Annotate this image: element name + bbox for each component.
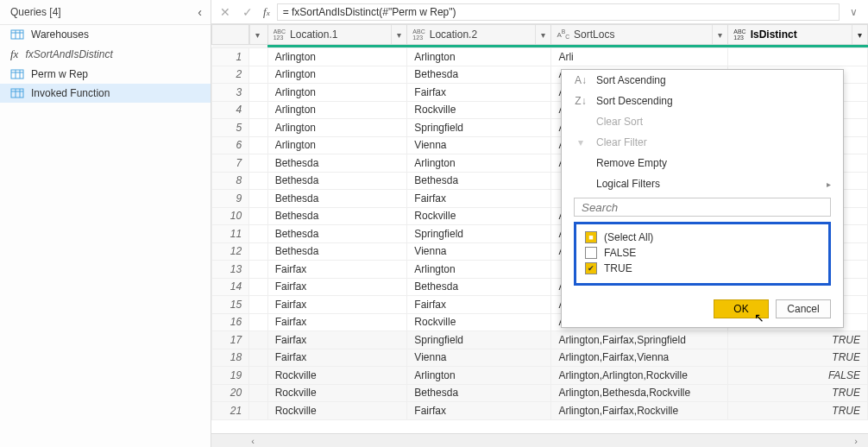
cell-location1[interactable]: Fairfax: [267, 313, 407, 331]
sidebar-item-warehouses[interactable]: Warehouses: [0, 25, 211, 44]
column-header-location1[interactable]: ABC123Location.1▾: [267, 25, 407, 45]
cell-isdistinct[interactable]: [728, 48, 868, 66]
cell-sortlocs[interactable]: Arlington,Fairfax,Rockville: [551, 402, 728, 420]
table-row[interactable]: 21RockvilleFairfaxArlington,Fairfax,Rock…: [212, 402, 868, 420]
formula-input[interactable]: [277, 3, 840, 21]
select-all-header[interactable]: [212, 25, 249, 45]
cell-location1[interactable]: Fairfax: [267, 296, 407, 314]
column-header-sortlocs[interactable]: ABCSortLocs▾: [551, 25, 728, 45]
select-all-option[interactable]: ■(Select All): [583, 230, 821, 245]
cell-location1[interactable]: Bethesda: [267, 207, 407, 225]
cell-location2[interactable]: Fairfax: [407, 84, 551, 102]
true-option[interactable]: ✔TRUE: [583, 261, 821, 276]
cell-location1[interactable]: Rockville: [267, 384, 407, 402]
cell-location2[interactable]: Bethesda: [407, 384, 551, 402]
cell-location2[interactable]: Vienna: [407, 136, 551, 154]
expand-icon[interactable]: ∨: [845, 6, 863, 18]
cell-location2[interactable]: Fairfax: [407, 296, 551, 314]
checkbox-mixed-icon[interactable]: ■: [585, 231, 597, 243]
cell-isdistinct[interactable]: FALSE: [728, 367, 868, 385]
ok-button[interactable]: OK↖: [714, 299, 769, 318]
cell-location2[interactable]: Vienna: [407, 349, 551, 367]
cell-isdistinct[interactable]: TRUE: [728, 331, 868, 349]
cell-location2[interactable]: Rockville: [407, 207, 551, 225]
queries-header[interactable]: Queries [4] ‹: [0, 0, 211, 25]
filter-dropdown-icon[interactable]: ▾: [391, 25, 406, 44]
cell-location1[interactable]: Fairfax: [267, 349, 407, 367]
cell-location2[interactable]: Arlington: [407, 48, 551, 66]
column-header-location2[interactable]: ABC123Location.2▾: [407, 25, 551, 45]
cell-location1[interactable]: Fairfax: [267, 278, 407, 296]
cell-sortlocs[interactable]: Arlington,Fairfax,Springfield: [551, 331, 728, 349]
false-option[interactable]: FALSE: [583, 245, 821, 261]
cell-isdistinct[interactable]: TRUE: [728, 402, 868, 420]
cell-location2[interactable]: Bethesda: [407, 278, 551, 296]
cell-location1[interactable]: Arlington: [267, 48, 407, 66]
cell-location1[interactable]: Bethesda: [267, 190, 407, 208]
cell-location2[interactable]: Fairfax: [407, 190, 551, 208]
row-gutter: [249, 172, 268, 190]
cell-location2[interactable]: Bethesda: [407, 66, 551, 84]
cell-location2[interactable]: Bethesda: [407, 172, 551, 190]
table-options-header[interactable]: ▾: [249, 25, 268, 45]
table-row[interactable]: 19RockvilleArlingtonArlington,Arlington,…: [212, 367, 868, 385]
cell-location2[interactable]: Rockville: [407, 101, 551, 119]
sort-descending-item[interactable]: Z↓Sort Descending: [562, 91, 843, 111]
cell-location1[interactable]: Arlington: [267, 119, 407, 137]
cell-location1[interactable]: Arlington: [267, 101, 407, 119]
cell-sortlocs[interactable]: Arli: [551, 48, 728, 66]
cancel-button[interactable]: Cancel: [776, 299, 831, 318]
checkbox-on-icon[interactable]: ✔: [585, 262, 597, 274]
sort-ascending-item[interactable]: A↓Sort Ascending: [562, 70, 843, 91]
filter-search-input[interactable]: [574, 198, 831, 217]
collapse-icon[interactable]: ‹: [198, 5, 202, 19]
cell-isdistinct[interactable]: TRUE: [728, 384, 868, 402]
cell-location1[interactable]: Arlington: [267, 136, 407, 154]
sidebar-item-fxsortandisdistinct[interactable]: fxfxSortAndIsDistinct: [0, 44, 211, 65]
cell-location2[interactable]: Arlington: [407, 261, 551, 279]
cell-location2[interactable]: Arlington: [407, 154, 551, 173]
cell-location1[interactable]: Fairfax: [267, 261, 407, 279]
cell-location2[interactable]: Arlington: [407, 367, 551, 385]
horizontal-scrollbar[interactable]: ‹ ›: [211, 433, 868, 447]
cell-location2[interactable]: Vienna: [407, 242, 551, 261]
cell-location2[interactable]: Fairfax: [407, 402, 551, 420]
table-row[interactable]: 18FairfaxViennaArlington,Fairfax,ViennaT…: [212, 349, 868, 367]
cell-sortlocs[interactable]: Arlington,Bethesda,Rockville: [551, 384, 728, 402]
formula-bar: ✕ ✓ fx ∨: [211, 0, 868, 24]
cell-location1[interactable]: Bethesda: [267, 154, 407, 173]
cell-location1[interactable]: Rockville: [267, 402, 407, 420]
table-row[interactable]: 1ArlingtonArlingtonArli: [212, 48, 868, 66]
row-number: 5: [212, 119, 249, 137]
cell-location2[interactable]: Rockville: [407, 313, 551, 331]
filter-dropdown-icon[interactable]: ▾: [535, 25, 550, 44]
cell-location2[interactable]: Springfield: [407, 225, 551, 243]
cell-location2[interactable]: Springfield: [407, 119, 551, 137]
discard-icon[interactable]: ✕: [217, 5, 234, 19]
scroll-right-icon[interactable]: ›: [849, 436, 863, 446]
cell-location1[interactable]: Fairfax: [267, 331, 407, 349]
logical-filters-item[interactable]: Logical Filters▸: [562, 173, 843, 194]
table-row[interactable]: 17FairfaxSpringfieldArlington,Fairfax,Sp…: [212, 331, 868, 349]
cell-location1[interactable]: Bethesda: [267, 172, 407, 190]
scroll-left-icon[interactable]: ‹: [246, 436, 260, 446]
cell-location1[interactable]: Arlington: [267, 66, 407, 84]
checkbox-off-icon[interactable]: [585, 247, 597, 259]
cell-location1[interactable]: Arlington: [267, 84, 407, 102]
sidebar-item-perm-w-rep[interactable]: Perm w Rep: [0, 65, 211, 84]
cell-sortlocs[interactable]: Arlington,Arlington,Rockville: [551, 367, 728, 385]
column-header-isdistinct[interactable]: ABC123IsDistinct▾: [728, 25, 868, 45]
filter-dropdown-icon[interactable]: ▾: [852, 25, 867, 44]
chevron-down-icon[interactable]: ▾: [249, 25, 265, 44]
remove-empty-item[interactable]: Remove Empty: [562, 153, 843, 173]
cell-location2[interactable]: Springfield: [407, 331, 551, 349]
cell-location1[interactable]: Bethesda: [267, 242, 407, 261]
sidebar-item-invoked-function[interactable]: Invoked Function: [0, 84, 211, 103]
commit-icon[interactable]: ✓: [239, 5, 256, 19]
cell-location1[interactable]: Bethesda: [267, 225, 407, 243]
table-row[interactable]: 20RockvilleBethesdaArlington,Bethesda,Ro…: [212, 384, 868, 402]
cell-location1[interactable]: Rockville: [267, 367, 407, 385]
cell-isdistinct[interactable]: TRUE: [728, 349, 868, 367]
cell-sortlocs[interactable]: Arlington,Fairfax,Vienna: [551, 349, 728, 367]
filter-dropdown-icon[interactable]: ▾: [712, 25, 727, 44]
